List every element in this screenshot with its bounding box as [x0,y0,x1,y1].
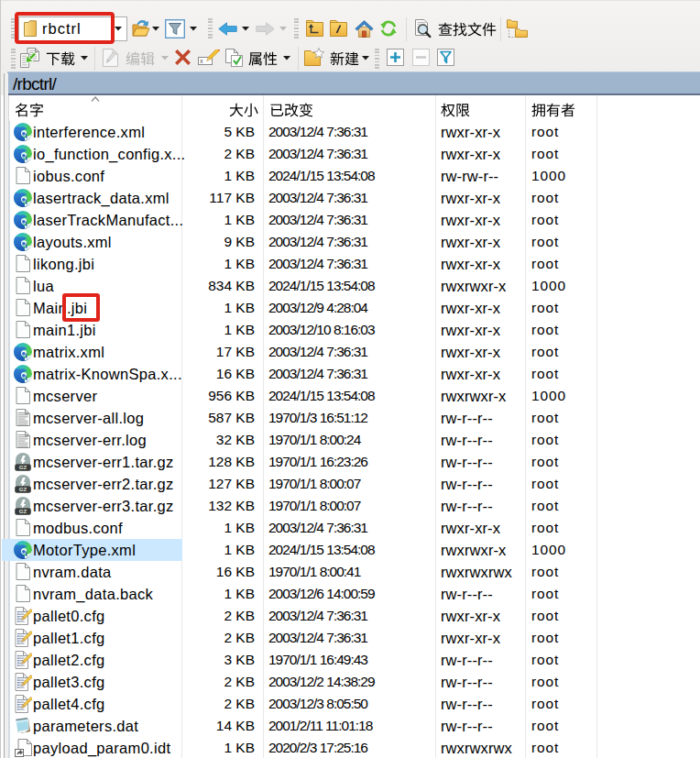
svg-text:GZ: GZ [19,464,27,470]
svg-text:GZ: GZ [19,486,27,492]
svg-text:GZ: GZ [19,508,27,514]
